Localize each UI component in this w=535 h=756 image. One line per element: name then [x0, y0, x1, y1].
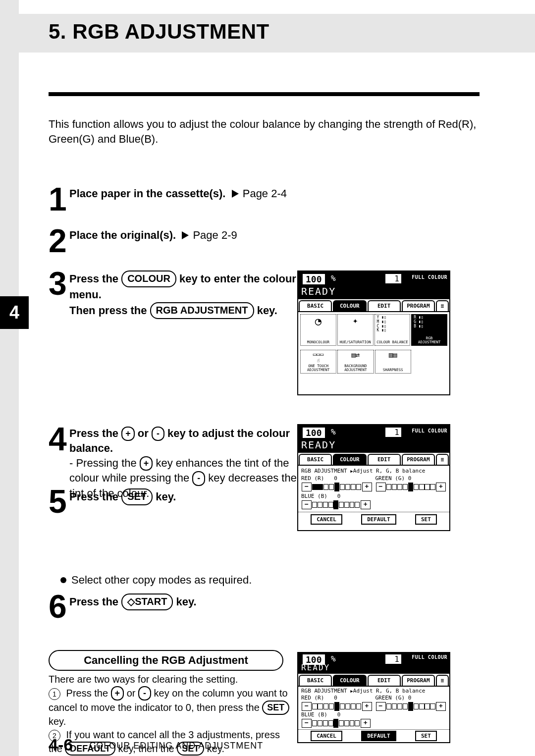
minus-key: - — [152, 427, 164, 441]
sub-b: Adjust R, G, B balance — [353, 688, 426, 694]
monocolour-button[interactable]: ◔ MONOCOLOUR — [300, 314, 336, 346]
red-slider[interactable] — [312, 703, 362, 709]
blue-plus-button[interactable]: + — [361, 500, 371, 509]
red-minus-button[interactable]: − — [302, 483, 312, 491]
background-adjustment-button[interactable]: ▤⇄ BACKGROUND ADJUSTMENT — [337, 350, 374, 374]
blue-label: BLUE (B) — [301, 493, 327, 499]
green-label: GREEN (G) — [375, 475, 405, 482]
lcd-button-row: CANCEL DEFAULT SET — [298, 512, 449, 528]
lcd-status: READY — [301, 663, 330, 672]
left-margin-strip — [0, 0, 19, 756]
tab-program[interactable]: PROGRAM — [402, 300, 435, 311]
tab-edit[interactable]: EDIT — [368, 300, 401, 311]
step-6: 6 Press the ◇START key. — [49, 594, 480, 610]
step-number: 3 — [49, 270, 67, 297]
cancel-button[interactable]: CANCEL — [311, 731, 342, 741]
rgb-adjustment-button[interactable]: R ▮▯ G ▮▯ B ▮▯ RGB ADJUSTMENT — [411, 314, 447, 346]
green-value: 0 — [408, 695, 412, 701]
blue-value: 0 — [337, 493, 341, 499]
tab-extra[interactable]: ≡ — [436, 675, 449, 686]
lcd-status: READY — [301, 285, 336, 297]
red-plus-button[interactable]: + — [362, 483, 372, 491]
one-touch-button[interactable]: ▭▭▭ ☝ ONE TOUCH ADJUSTMENT — [300, 350, 336, 374]
tab-program[interactable]: PROGRAM — [402, 454, 435, 465]
red-minus-button[interactable]: − — [302, 702, 312, 711]
green-plus-button[interactable]: + — [436, 483, 446, 491]
tab-basic[interactable]: BASIC — [299, 300, 332, 311]
step2-bold: Place the original(s). — [69, 229, 176, 241]
rgb-adjustment-label: RGB ADJUSTMENT — [412, 336, 447, 345]
lcd-copy-count: 1 — [385, 273, 402, 284]
green-minus-button[interactable]: − — [376, 702, 386, 711]
plus-key: + — [121, 427, 135, 441]
lcd-zoom-value: 100 — [302, 273, 325, 285]
colour-balance-button[interactable]: Y ▮▯ M ▮▯ C ▮▯ K ▮▯ COLOUR BALANCE — [374, 314, 411, 346]
lcd-screen-colour-menu: 100 % READY 1 FULL COLOUR BASIC COLOUR E… — [297, 270, 450, 395]
green-minus-button[interactable]: − — [376, 483, 386, 491]
plus-key: + — [140, 456, 153, 471]
set-key: SET — [262, 701, 289, 714]
green-slider-block: GREEN (G) 0 − + — [375, 695, 447, 711]
blue-slider[interactable] — [312, 502, 360, 508]
red-label: RED (R) — [301, 475, 324, 482]
lcd-zoom-unit: % — [331, 654, 336, 663]
cancel-intro: There are two ways for clearing the sett… — [49, 674, 238, 685]
green-slider[interactable] — [386, 703, 436, 709]
lcd-full-colour-label: FULL COLOUR — [412, 428, 447, 433]
c1d: key. — [49, 716, 66, 727]
s4-mid: or — [135, 427, 152, 439]
blue-value: 0 — [337, 711, 341, 718]
sharpness-label: SHARPNESS — [375, 368, 411, 372]
s6-a: Press the — [69, 595, 121, 608]
lcd-zoom-unit: % — [331, 273, 336, 283]
step-2: 2 Place the original(s). Page 2-9 — [49, 228, 480, 243]
start-key: ◇START — [121, 594, 173, 610]
sharpness-button[interactable]: ▥▤ SHARPNESS — [375, 350, 411, 374]
green-slider[interactable] — [386, 484, 436, 490]
c1b: or — [124, 688, 138, 699]
background-label: BACKGROUND ADJUSTMENT — [338, 364, 373, 373]
set-button[interactable]: SET — [415, 731, 437, 741]
set-button[interactable]: SET — [415, 514, 437, 525]
red-value: 0 — [334, 695, 337, 701]
step-number: 6 — [49, 594, 67, 620]
default-button[interactable]: DEFAULT — [361, 731, 396, 741]
tab-extra[interactable]: ≡ — [436, 300, 449, 311]
red-slider[interactable] — [312, 484, 362, 490]
rgb-adjustment-key: RGB ADJUSTMENT — [150, 302, 254, 319]
tab-edit[interactable]: EDIT — [368, 454, 401, 465]
tab-basic[interactable]: BASIC — [299, 454, 332, 465]
blue-slider-block: BLUE (B) 0 − + — [301, 493, 371, 510]
tab-colour[interactable]: COLOUR — [333, 300, 366, 311]
arrow-icon — [232, 190, 239, 198]
tab-extra[interactable]: ≡ — [436, 454, 449, 465]
cancel-button[interactable]: CANCEL — [311, 514, 342, 525]
lcd-zoom-unit: % — [331, 427, 336, 436]
tab-colour[interactable]: COLOUR — [333, 675, 366, 686]
page-number: 4-6 — [49, 735, 73, 754]
red-plus-button[interactable]: + — [362, 702, 372, 711]
arrow-icon — [182, 231, 189, 239]
tab-edit[interactable]: EDIT — [368, 675, 401, 686]
blue-minus-button[interactable]: − — [302, 500, 312, 509]
s6-b: key. — [173, 595, 196, 608]
blue-label: BLUE (B) — [301, 711, 327, 718]
step-number: 1 — [49, 186, 67, 213]
blue-plus-button[interactable]: + — [361, 719, 371, 728]
blue-minus-button[interactable]: − — [302, 719, 312, 728]
green-plus-button[interactable]: + — [436, 702, 446, 711]
empty-cell — [412, 350, 447, 373]
step-number: 5 — [49, 488, 67, 515]
c1a: Press the — [66, 688, 111, 699]
colour-balance-label: COLOUR BALANCE — [375, 340, 410, 344]
lcd-full-colour-label: FULL COLOUR — [412, 274, 447, 280]
hue-saturation-button[interactable]: ✦ HUE/SATURATION — [337, 314, 374, 346]
default-button[interactable]: DEFAULT — [361, 514, 396, 525]
blue-slider[interactable] — [312, 720, 360, 726]
tab-basic[interactable]: BASIC — [299, 675, 332, 686]
lcd-tab-row: BASIC COLOUR EDIT PROGRAM ≡ — [298, 453, 449, 466]
tab-program[interactable]: PROGRAM — [402, 675, 435, 686]
red-label: RED (R) — [301, 695, 324, 701]
lcd-zoom-value: 100 — [302, 427, 325, 438]
tab-colour[interactable]: COLOUR — [333, 454, 366, 465]
